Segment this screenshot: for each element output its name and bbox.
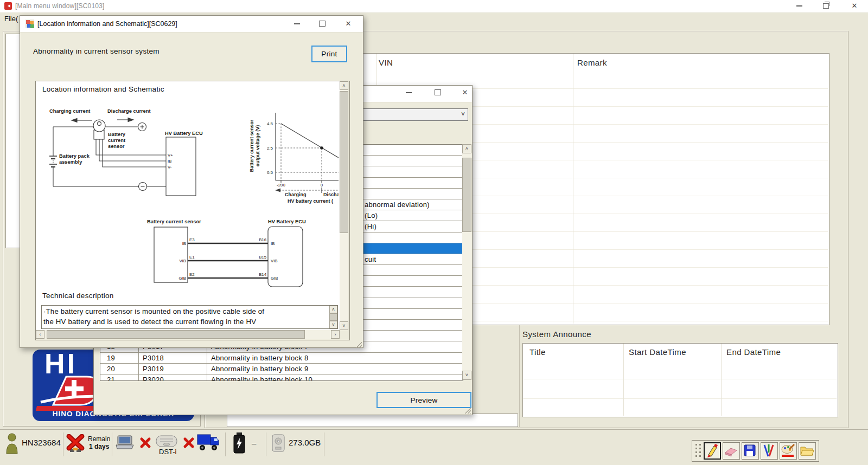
scrollbar-thumb[interactable] [340,91,348,233]
schematic-hscrollbar[interactable]: ‹ › [36,330,340,339]
scroll-right-button[interactable]: › [331,330,340,339]
svg-text:Battery pack: Battery pack [59,153,90,159]
separator [225,432,226,456]
main-close-button[interactable]: ✕ [846,0,863,11]
schematic-scroll-container: Location information and Schematic [35,81,350,340]
eraser-button[interactable] [723,442,740,460]
minimize-icon [796,5,802,7]
svg-text:IB: IB [168,159,171,164]
main-title: [Main menu window][SC0103] [15,2,105,10]
dtc-row[interactable]: 20 P3019 Abnormality in battery block 9 [100,364,463,374]
schematic-vscrollbar[interactable]: ˄ ˅ [340,81,348,330]
remain-days: 1 days [89,443,109,450]
dst-i-label: DST-i [159,448,177,456]
laptop-icon [115,435,136,450]
graph-xlabel: HV battery current ( [288,198,333,204]
scrollbar-thumb[interactable] [329,313,337,321]
menu-file[interactable]: File( [4,15,18,23]
toolbar-drag-handle[interactable] [694,443,702,459]
remark-column-header: Remark [577,58,607,67]
scroll-left-button[interactable]: ‹ [36,330,44,339]
user-icon [5,433,18,455]
preview-button[interactable]: Preview [376,392,471,408]
sc-maximize-button[interactable] [314,18,330,29]
dtc-minimize-button[interactable] [400,87,417,98]
dtc-row[interactable]: 19 P3018 Abnormality in battery block 8 [100,353,463,364]
scroll-down-icon: ˅ [342,324,345,328]
announce-title-header: Title [529,347,546,357]
separator [266,432,266,456]
scroll-down-button[interactable]: ˅ [329,321,337,328]
svg-text:GIB: GIB [179,276,186,281]
svg-text:Charging: Charging [285,192,307,197]
pens-button[interactable] [761,442,778,460]
svg-text:GIB: GIB [271,276,278,281]
technical-description-title: Technical description [42,292,114,300]
dtc-row-description: abnormal deviation) [365,199,430,210]
dtc-row-code: P3020 [143,374,164,381]
scrollbar-thumb[interactable] [47,330,305,339]
battery-status-text: – [252,438,256,448]
main-minimize-button[interactable] [791,0,807,11]
scroll-up-icon: ˄ [342,83,345,88]
folder-button[interactable] [799,442,816,460]
vehicle-col-divider [573,54,573,324]
svg-text:2.5: 2.5 [267,146,273,151]
svg-text:IB: IB [271,241,275,246]
dtc-row[interactable]: 21 P3020 Abnormality in battery block 10 [100,374,463,381]
scroll-down-button[interactable]: ˅ [340,321,348,330]
palette-button[interactable] [780,442,797,460]
print-button[interactable]: Print [311,46,347,62]
dtc-row-number: 20 [107,364,115,374]
scrollbar-thumb[interactable] [462,158,471,232]
group-title: Location information and Schematic [42,85,164,93]
tech-line-3: battery. [43,327,327,329]
sc-close-button[interactable]: ✕ [340,18,356,29]
dtc-row-description: Abnormality in battery block 9 [211,364,309,374]
marker-pen-button[interactable] [704,442,721,460]
main-titlebar[interactable]: [Main menu window][SC0103] ✕ [0,0,868,13]
dtc-row-description: (Lo) [365,210,378,221]
maximize-icon [319,21,326,27]
separator [63,432,63,456]
scroll-down-button[interactable]: ˅ [462,371,471,380]
sc-minimize-button[interactable] [289,18,305,29]
section-divider [519,325,520,427]
vin-column-header: VIN [379,58,393,67]
scroll-up-button[interactable]: ˄ [340,81,348,90]
technical-description-box[interactable]: ·The battery current sensor is mounted o… [41,305,338,329]
minimize-icon [406,92,412,93]
tech-scrollbar[interactable]: ˄ ˅ [329,306,337,328]
svg-text:assembly: assembly [59,159,82,165]
bottom-strip [227,414,518,427]
dtc-maximize-button[interactable] [430,87,446,98]
main-restore-button[interactable] [818,0,834,11]
system-announce-title: System Announce [522,330,591,339]
scroll-corner [340,330,348,339]
dtc-close-button[interactable]: ✕ [457,87,473,98]
scroll-left-icon: ‹ [40,332,41,337]
hv-ecu-label: HV Battery ECU [165,131,203,136]
disk-space-text: 273.0GB [289,438,321,447]
save-button[interactable] [742,442,759,460]
svg-text:sensor: sensor [108,144,125,149]
dtc-list-scrollbar[interactable]: ˄ ˅ [462,144,471,380]
dtc-row-description: cuit [365,254,376,264]
dtc-row-number: 19 [107,353,115,363]
license-error-icon [66,434,85,454]
scroll-up-button[interactable]: ˄ [462,144,471,153]
annotation-toolbar [692,440,819,462]
svg-text:0: 0 [321,183,323,188]
separator [112,432,112,456]
dialog-icon [25,20,34,28]
dtc-row-number: 21 [107,374,115,381]
pc-disconnect-icon [139,437,151,449]
scroll-up-button[interactable]: ˄ [329,306,337,313]
resize-grip[interactable] [355,341,362,348]
resize-grip[interactable] [464,406,471,414]
schematic-dialog-titlebar[interactable]: [Location information and Schematic][SC0… [20,16,363,33]
app-icon [4,2,12,10]
system-announce-table: Title Start DateTime End DateTime [522,343,838,417]
dtc-row-code: P3018 [143,353,164,363]
charging-current-label: Charging current [49,108,90,114]
